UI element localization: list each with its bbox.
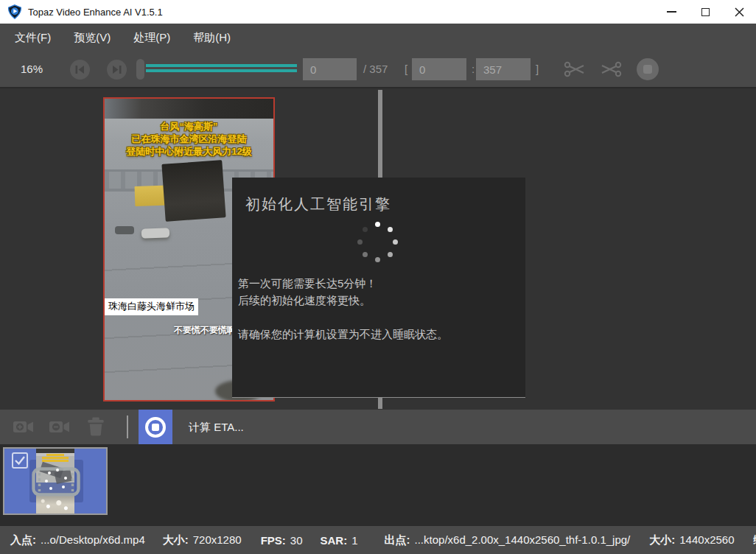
skip-start-icon	[74, 65, 85, 74]
clip-spinner-dot	[45, 480, 48, 483]
video-scene-overpass	[105, 99, 273, 119]
maximize-button[interactable]	[688, 0, 722, 24]
app-logo-icon	[7, 4, 22, 19]
status-bar: 入点: ...o/Desktop/x6d.mp4 大小: 720x1280 FP…	[0, 525, 756, 554]
dialog-body-line	[238, 309, 448, 326]
status-fps: FPS: 30	[261, 534, 303, 547]
stop-preview-button[interactable]	[637, 58, 659, 80]
clip-thumbnail-card[interactable]	[3, 447, 108, 515]
eta-status-label: 计算 ETA...	[189, 410, 244, 444]
minimize-icon	[667, 11, 676, 13]
timeline-slider-track[interactable]	[146, 64, 297, 74]
toolbar-divider	[127, 416, 128, 438]
close-icon	[735, 7, 744, 17]
dialog-body-line: 请确保您的计算机设置为不进入睡眠状态。	[238, 326, 448, 343]
trim-in-button[interactable]	[564, 60, 586, 81]
skip-to-start-button[interactable]	[70, 60, 90, 80]
video-scene-car	[115, 226, 134, 234]
clip-spinner-dot	[49, 487, 52, 490]
range-bracket-open: [	[405, 52, 407, 87]
app-window: Topaz Video Enhance AI V1.5.1 文件(F) 预览(V…	[0, 0, 756, 554]
range-separator: :	[472, 52, 475, 87]
trim-end-input[interactable]	[476, 58, 531, 80]
zoom-level-label: 16%	[21, 52, 43, 87]
status-sar: SAR: 1	[321, 534, 358, 547]
status-input-size: 大小: 720x1280	[163, 533, 242, 547]
maximize-icon	[701, 8, 710, 16]
timeline-track-line	[146, 69, 297, 72]
trim-out-button[interactable]	[600, 60, 622, 81]
scissors-left-icon	[564, 60, 586, 78]
overlay-line: 台风“海高斯”	[105, 120, 273, 133]
playback-toolbar: 16% / 357 [ : ]	[0, 52, 756, 88]
dialog-title: 初始化人工智能引擎	[245, 194, 391, 214]
overlay-line: 已在珠海市金湾区沿海登陆	[105, 133, 273, 145]
menu-bar: 文件(F) 预览(V) 处理(P) 帮助(H)	[0, 24, 756, 52]
status-in-point: 入点: ...o/Desktop/x6d.mp4	[10, 533, 145, 547]
status-out-point: 出点: ...ktop/x6d_2.00x_1440x2560_thf-1.0.…	[385, 533, 631, 547]
menu-help[interactable]: 帮助(H)	[189, 28, 235, 48]
camera-plus-icon	[13, 420, 34, 434]
video-caption-floating: 不要慌不要慌啊	[174, 324, 236, 337]
status-output-size: 大小: 1440x2560	[649, 533, 734, 547]
menu-process[interactable]: 处理(P)	[129, 28, 175, 48]
range-bracket-close: ]	[536, 52, 539, 87]
title-bar: Topaz Video Enhance AI V1.5.1	[0, 0, 756, 24]
clip-spinner-dot	[62, 485, 65, 488]
timeline-slider-handle[interactable]	[136, 59, 144, 80]
total-frames-label: / 357	[363, 52, 388, 87]
stop-icon	[643, 65, 652, 74]
remove-video-button[interactable]	[49, 420, 70, 437]
clip-checkbox[interactable]	[12, 452, 28, 469]
menu-file[interactable]: 文件(F)	[10, 28, 55, 48]
trash-icon	[87, 417, 105, 436]
close-button[interactable]	[722, 0, 756, 24]
window-title: Topaz Video Enhance AI V1.5.1	[28, 7, 163, 18]
stop-processing-button[interactable]	[139, 410, 172, 444]
clip-spinner-dot	[48, 471, 51, 474]
scissors-right-icon	[600, 60, 622, 78]
overlay-line: 登陆时中心附近最大风力12级	[105, 145, 273, 158]
add-video-button[interactable]	[13, 420, 34, 437]
video-overlay-headline: 台风“海高斯” 已在珠海市金湾区沿海登陆 登陆时中心附近最大风力12级	[105, 120, 273, 158]
ai-init-dialog: 初始化人工智能引擎 第一次可能需要长达5分钟！ 后续的初始化速度将更快。 请确保…	[232, 178, 525, 398]
check-icon	[13, 454, 27, 467]
trim-start-input[interactable]	[412, 58, 466, 80]
dialog-body-line: 后续的初始化速度将更快。	[238, 292, 448, 309]
dialog-body-line: 第一次可能需要长达5分钟！	[238, 275, 448, 292]
video-scene-hanging-sign	[161, 160, 225, 222]
camera-minus-icon	[49, 420, 70, 434]
preview-area: 台风“海高斯” 已在珠海市金湾区沿海登陆 登陆时中心附近最大风力12级 珠海白藤…	[0, 88, 756, 410]
delete-video-button[interactable]	[87, 417, 105, 439]
stop-processing-icon	[145, 417, 166, 438]
video-scene-car	[141, 228, 169, 238]
skip-to-end-button[interactable]	[107, 60, 127, 80]
status-scale: 缩放: 200%	[754, 533, 756, 547]
menu-preview[interactable]: 预览(V)	[69, 28, 115, 48]
current-frame-input[interactable]	[303, 58, 357, 80]
dialog-body-text: 第一次可能需要长达5分钟！ 后续的初始化速度将更快。 请确保您的计算机设置为不进…	[238, 275, 448, 343]
clip-mini-water	[38, 496, 73, 513]
clip-spinner-dot	[56, 469, 59, 471]
minimize-button[interactable]	[654, 0, 688, 24]
film-strip-icon	[32, 467, 80, 497]
video-caption-box: 珠海白藤头海鲜市场	[105, 298, 198, 315]
clip-spinner-dot	[64, 477, 67, 480]
timeline-track-line	[146, 64, 297, 67]
loading-spinner-icon	[355, 222, 401, 267]
clip-list-strip	[0, 444, 756, 525]
process-toolbar: 计算 ETA...	[0, 410, 756, 444]
skip-end-icon	[111, 65, 122, 74]
